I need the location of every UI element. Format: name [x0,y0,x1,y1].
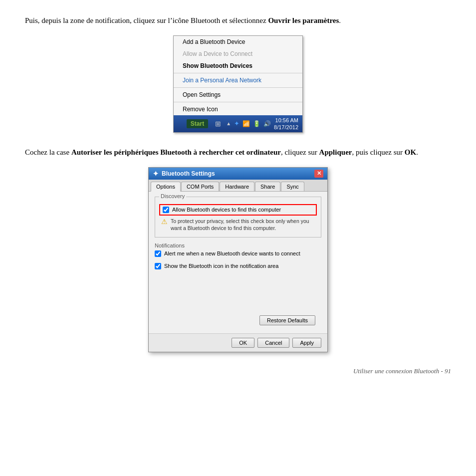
para1-bold: Ouvrir les paramètres [268,16,339,24]
para2-text4: . [416,148,418,156]
dialog-title: Bluetooth Settings [162,170,215,177]
start-button[interactable]: Start [187,119,208,128]
para1-text1: Puis, depuis la zone de notification, cl… [25,16,268,24]
show-icon-label: Show the Bluetooth icon in the notificat… [164,263,278,269]
notify-checkbox[interactable] [155,250,161,257]
apply-button[interactable]: Apply [292,338,321,348]
bluetooth-settings-dialog: ✦ Bluetooth Settings ✕ Options COM Ports… [148,167,328,352]
para2-bold1: Autoriser les périphériques Bluetooth à … [71,148,281,156]
tab-sync[interactable]: Sync [281,182,304,191]
show-icon-checkbox[interactable] [155,263,161,269]
taskbar-date: 8/17/2012 [274,124,298,131]
paragraph-2: Cochez la case Autoriser les périphériqu… [25,147,451,158]
allow-bt-checkbox-row: Allow Bluetooth devices to find this com… [159,204,317,216]
show-icon-checkbox-row: Show the Bluetooth icon in the notificat… [155,263,321,269]
menu-item-add-bt[interactable]: Add a Bluetooth Device [174,36,302,48]
para2-text3: , puis cliquez sur [352,148,404,156]
restore-defaults-row: Restore Defaults [155,312,321,328]
dialog-titlebar: ✦ Bluetooth Settings ✕ [149,168,327,180]
battery-icon: 🔋 [253,120,260,127]
paragraph-1: Puis, depuis la zone de notification, cl… [25,15,451,26]
dialog-body: Discovery Allow Bluetooth devices to fin… [149,192,327,333]
context-menu: Add a Bluetooth Device Allow a Device to… [173,35,303,133]
menu-item-allow-connect: Allow a Device to Connect [174,48,302,60]
footer-text: Utiliser une connexion Bluetooth - 91 [353,367,451,375]
ok-button[interactable]: OK [232,338,254,348]
discovery-legend: Discovery [159,193,186,199]
para2-bold3: OK [405,148,416,156]
dialog-titlebar-left: ✦ Bluetooth Settings [153,170,215,178]
warning-icon: ⚠ [161,218,168,226]
dialog-screenshot: ✦ Bluetooth Settings ✕ Options COM Ports… [25,167,451,352]
tab-share[interactable]: Share [255,182,280,191]
dialog-bluetooth-icon: ✦ [153,170,159,178]
menu-divider-2 [174,87,302,88]
taskbar-time: 10:56 AM [274,117,298,124]
menu-item-open-settings[interactable]: Open Settings [174,89,302,101]
page-footer: Utiliser une connexion Bluetooth - 91 [25,367,451,375]
dialog-close-button[interactable]: ✕ [314,170,323,178]
restore-defaults-button[interactable]: Restore Defaults [259,315,315,325]
para2-text1: Cochez la case [25,148,71,156]
cancel-button[interactable]: Cancel [257,338,289,348]
allow-bt-checkbox[interactable] [163,207,169,213]
para2-text2: , cliquez sur [281,148,319,156]
menu-divider-3 [174,102,302,102]
notify-label: Alert me when a new Bluetooth device wan… [164,250,300,256]
signal-icon: 📶 [242,120,250,127]
volume-icon: 🔊 [263,120,271,127]
warning-row: ⚠ To protect your privacy, select this c… [159,218,317,232]
dialog-footer: OK Cancel Apply [149,333,327,352]
tab-hardware[interactable]: Hardware [220,182,254,191]
taskbar-clock: 10:56 AM 8/17/2012 [274,117,298,131]
taskbar-grid-icon: ⊞ [215,120,221,128]
menu-divider-1 [174,73,302,73]
dialog-tabs: Options COM Ports Hardware Share Sync [149,180,327,192]
warning-text: To protect your privacy, select this che… [171,218,317,232]
para2-bold2: Appliquer [319,148,352,156]
bluetooth-tray-icon: ✦ [234,120,239,127]
tab-com-ports[interactable]: COM Ports [181,182,219,191]
menu-item-show-bt[interactable]: Show Bluetooth Devices [174,60,302,72]
taskbar-strip: Start ⊞ ▲ ✦ 📶 🔋 🔊 10:56 AM 8/17/2012 [174,115,302,133]
allow-bt-label: Allow Bluetooth devices to find this com… [172,207,281,213]
tab-options[interactable]: Options [151,182,181,192]
context-menu-screenshot: Add a Bluetooth Device Allow a Device to… [25,35,451,133]
taskbar-arrow-icon: ▲ [226,121,231,126]
discovery-fieldset: Discovery Allow Bluetooth devices to fin… [155,197,321,238]
para1-text2: . [339,16,341,24]
notify-checkbox-row: Alert me when a new Bluetooth device wan… [155,250,321,257]
notifications-label: Notifications [155,242,321,248]
menu-item-remove-icon[interactable]: Remove Icon [174,103,302,115]
menu-item-join-pan[interactable]: Join a Personal Area Network [174,74,302,86]
